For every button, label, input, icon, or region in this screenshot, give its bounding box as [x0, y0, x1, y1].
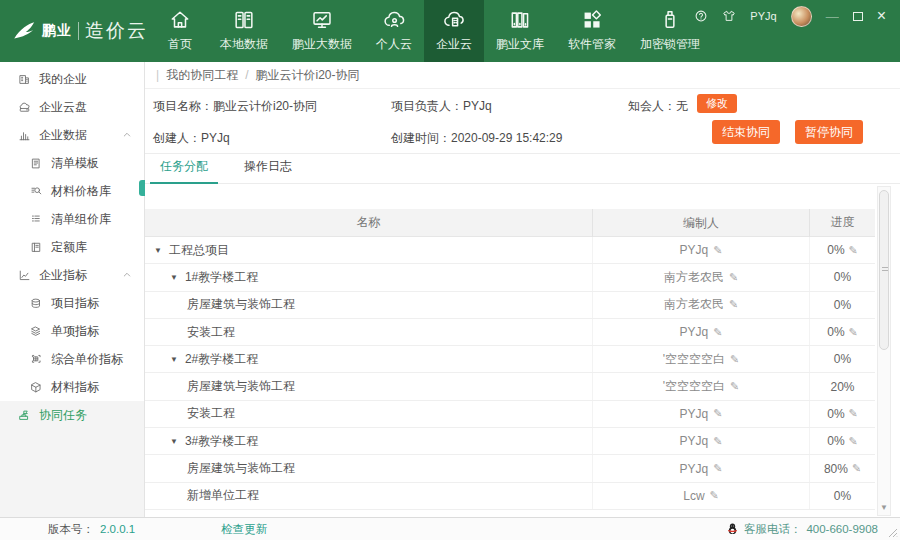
chevron-up-icon [122, 270, 132, 280]
vertical-scrollbar[interactable]: ▼ [877, 186, 891, 516]
table-row[interactable]: ▼2#教学楼工程'空空空空白✎0% [145, 346, 875, 373]
cell-compiler: PYJq✎ [592, 319, 810, 345]
table-row[interactable]: 房屋建筑与装饰工程PYJq✎80%✎ [145, 455, 875, 482]
cell-name: 新增单位工程 [145, 483, 592, 509]
table-row[interactable]: ▼工程总项目PYJq✎0%✎ [145, 237, 875, 264]
nav-item-label: 个人云 [376, 36, 412, 53]
edit-compiler-icon[interactable]: ✎ [713, 462, 722, 475]
column-header-progress[interactable]: 进度 [810, 214, 875, 231]
end-collab-button[interactable]: 结束协同 [712, 120, 780, 144]
sidebar-item-enterprise-indicators[interactable]: 企业指标 [0, 261, 144, 289]
project-notify-value: 无 [676, 99, 688, 113]
column-header-compiler[interactable]: 编制人 [592, 209, 810, 237]
tree-caret-icon[interactable]: ▼ [154, 246, 162, 255]
enterprise-data-icon [18, 129, 31, 142]
tree-caret-icon[interactable]: ▼ [170, 355, 178, 364]
table-row[interactable]: 安装工程PYJq✎0%✎ [145, 401, 875, 428]
table-row[interactable]: 房屋建筑与装饰工程南方老农民✎0% [145, 292, 875, 319]
table-row[interactable]: 安装工程PYJq✎0%✎ [145, 319, 875, 346]
tree-caret-icon[interactable]: ▼ [170, 273, 178, 282]
material-price-icon [30, 185, 43, 198]
project-leader-label: 项目负责人： [391, 99, 463, 113]
scrollbar-thumb[interactable] [879, 190, 889, 350]
sidebar-item-list-pricing-db[interactable]: 清单组价库 [0, 205, 144, 233]
window-controls: PYJq — × [694, 0, 900, 32]
qq-penguin-icon[interactable] [726, 522, 739, 536]
table-row[interactable]: ▼3#教学楼工程PYJq✎0%✎ [145, 428, 875, 455]
edit-compiler-icon[interactable]: ✎ [713, 407, 722, 420]
sidebar-item-enterprise-cloud-disk[interactable]: 企业云盘 [0, 93, 144, 121]
tab-task-assignment[interactable]: 任务分配 [155, 158, 213, 183]
resize-grip[interactable] [888, 528, 898, 538]
topbar-nav: 首页本地数据鹏业大数据个人云企业云鹏业文库软件管家加密锁管理 [152, 0, 712, 62]
edit-compiler-icon[interactable]: ✎ [713, 435, 722, 448]
tree-caret-icon[interactable]: ▼ [170, 437, 178, 446]
composite-price-indicator-icon [30, 353, 43, 366]
breadcrumb-item-0[interactable]: 我的协同工程 [166, 67, 238, 84]
nav-item-label: 加密锁管理 [640, 36, 700, 53]
edit-compiler-icon[interactable]: ✎ [730, 353, 739, 366]
help-icon[interactable] [694, 9, 708, 23]
sidebar-item-enterprise-data[interactable]: 企业数据 [0, 121, 144, 149]
nav-item-enterprise-cloud[interactable]: 企业云 [424, 0, 484, 62]
progress-value: 0% [834, 270, 851, 284]
close-icon[interactable]: × [877, 8, 886, 24]
cell-compiler: PYJq✎ [592, 428, 810, 454]
edit-compiler-icon[interactable]: ✎ [710, 489, 719, 502]
nav-item-software-manager[interactable]: 软件管家 [556, 0, 628, 62]
progress-value: 80% [824, 462, 848, 476]
edit-compiler-icon[interactable]: ✎ [729, 298, 738, 311]
sidebar-item-collab-tasks[interactable]: 协同任务 [0, 401, 144, 429]
nav-item-big-data[interactable]: 鹏业大数据 [280, 0, 364, 62]
compiler-name: PYJq [680, 407, 709, 421]
table-row[interactable]: 房屋建筑与装饰工程'空空空空白✎20% [145, 373, 875, 400]
tab-operation-log[interactable]: 操作日志 [239, 158, 297, 183]
minimize-icon[interactable]: — [826, 9, 839, 24]
brand-logo: 鹏业 造价云 [0, 0, 152, 62]
edit-progress-icon[interactable]: ✎ [849, 407, 858, 420]
scrollbar-down-arrow-icon[interactable]: ▼ [878, 502, 890, 514]
sidebar-item-quota-db[interactable]: 定额库 [0, 233, 144, 261]
sidebar-item-list-template[interactable]: 清单模板 [0, 149, 144, 177]
nav-item-label: 本地数据 [220, 36, 268, 53]
nav-item-library[interactable]: 鹏业文库 [484, 0, 556, 62]
cell-name: 房屋建筑与装饰工程 [145, 373, 592, 399]
user-name[interactable]: PYJq [750, 10, 776, 22]
edit-progress-icon[interactable]: ✎ [849, 244, 858, 257]
pause-collab-button[interactable]: 暂停协同 [795, 120, 863, 144]
sidebar-item-material-indicator[interactable]: 材料指标 [0, 373, 144, 401]
user-avatar[interactable] [791, 6, 812, 27]
nav-item-personal-cloud[interactable]: 个人云 [364, 0, 424, 62]
row-name-text: 房屋建筑与装饰工程 [187, 378, 295, 395]
cell-name: 安装工程 [145, 401, 592, 427]
skin-icon[interactable] [722, 9, 736, 23]
sidebar-item-material-price-db[interactable]: 材料价格库 [0, 177, 144, 205]
library-icon [509, 9, 531, 31]
table-row[interactable]: 新增单位工程Lcw✎0% [145, 483, 875, 510]
sidebar-item-single-indicator[interactable]: 单项指标 [0, 317, 144, 345]
sidebar-item-my-enterprise[interactable]: 我的企业 [0, 65, 144, 93]
edit-progress-icon[interactable]: ✎ [849, 326, 858, 339]
edit-progress-icon[interactable]: ✎ [849, 435, 858, 448]
cloud-disk-icon [18, 101, 31, 114]
row-name-text: 房屋建筑与装饰工程 [187, 296, 295, 313]
edit-compiler-icon[interactable]: ✎ [730, 380, 739, 393]
sidebar-item-project-indicator[interactable]: 项目指标 [0, 289, 144, 317]
table-row[interactable]: ▼1#教学楼工程南方老农民✎0% [145, 264, 875, 291]
edit-compiler-icon[interactable]: ✎ [729, 271, 738, 284]
modify-notify-button[interactable]: 修改 [697, 94, 737, 113]
nav-item-local-data[interactable]: 本地数据 [208, 0, 280, 62]
version-label: 版本号： [48, 522, 94, 537]
nav-item-home[interactable]: 首页 [152, 0, 208, 62]
edit-compiler-icon[interactable]: ✎ [713, 244, 722, 257]
sidebar-filler [0, 429, 144, 517]
edit-progress-icon[interactable]: ✎ [852, 462, 861, 475]
sidebar-item-composite-unit-price-indicator[interactable]: 综合单价指标 [0, 345, 144, 373]
column-header-name[interactable]: 名称 [145, 214, 592, 231]
check-update-link[interactable]: 检查更新 [221, 522, 267, 537]
edit-compiler-icon[interactable]: ✎ [713, 326, 722, 339]
breadcrumb-item-1[interactable]: 鹏业云计价i20-协同 [255, 67, 359, 84]
cell-name: 安装工程 [145, 319, 592, 345]
nav-item-label: 鹏业文库 [496, 36, 544, 53]
maximize-icon[interactable] [853, 12, 863, 21]
